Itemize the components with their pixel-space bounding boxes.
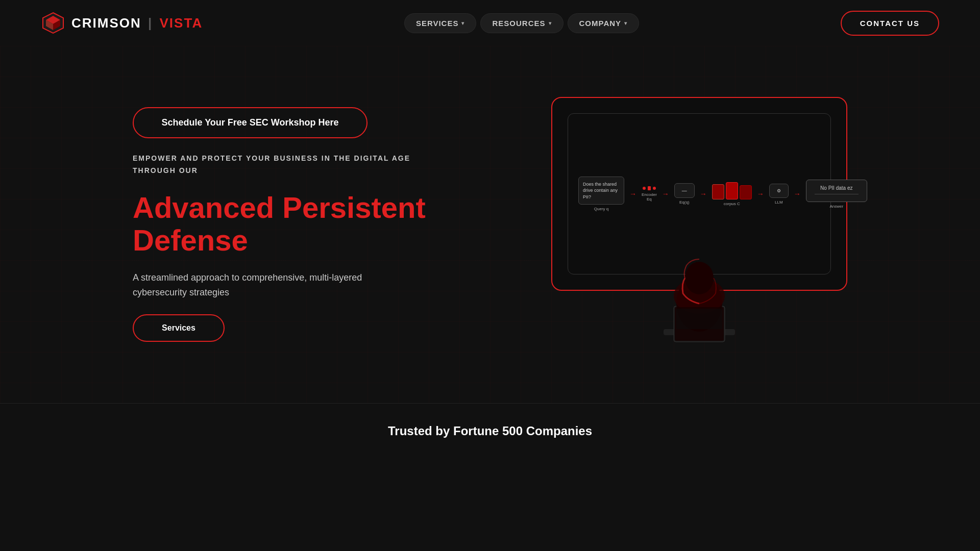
logo-crimson-text: CRIMSON bbox=[71, 15, 141, 31]
arrow-icon: → bbox=[700, 190, 707, 198]
nav-resources[interactable]: RESOURCES ▾ bbox=[480, 13, 563, 33]
encoder-node: Encoder Eq bbox=[642, 186, 657, 202]
eq-node: — Eq(q) bbox=[674, 183, 695, 205]
main-nav: SERVICES ▾ RESOURCES ▾ COMPANY ▾ bbox=[404, 13, 639, 33]
chevron-down-icon: ▾ bbox=[549, 20, 552, 26]
trusted-title: Trusted by Fortune 500 Companies bbox=[0, 424, 980, 438]
answer-node: No PII data ez Answer bbox=[806, 180, 867, 209]
person-silhouette bbox=[648, 250, 750, 352]
hero-title: Advanced Persistent Defense bbox=[133, 191, 426, 257]
diagram-question-box: Does the shared drive contain any PII? bbox=[578, 177, 624, 205]
logo-icon bbox=[41, 11, 65, 35]
corpus-node: corpus C bbox=[712, 182, 752, 206]
eq-label: Eq(q) bbox=[679, 200, 690, 205]
chevron-down-icon: ▾ bbox=[624, 20, 627, 26]
logo-vista-text: VISTA bbox=[160, 15, 203, 31]
nav-services[interactable]: SERVICES ▾ bbox=[404, 13, 477, 33]
nav-company-label: COMPANY bbox=[579, 19, 622, 28]
header: CRIMSON | VISTA SERVICES ▾ RESOURCES ▾ C… bbox=[0, 0, 980, 46]
llm-label: LLM bbox=[775, 200, 783, 205]
nav-resources-label: RESOURCES bbox=[492, 19, 545, 28]
corpus-label: corpus C bbox=[724, 202, 740, 206]
eq-box: — bbox=[674, 183, 695, 198]
llm-node: ⚙ LLM bbox=[769, 184, 789, 205]
arrow-icon: → bbox=[757, 190, 764, 198]
contact-us-button[interactable]: CONTACT US bbox=[841, 11, 939, 36]
chevron-down-icon: ▾ bbox=[461, 20, 464, 26]
workshop-button[interactable]: Schedule Your Free SEC Workshop Here bbox=[133, 107, 368, 138]
svg-rect-11 bbox=[676, 309, 722, 329]
arrow-icon: → bbox=[794, 190, 801, 198]
query-node: Does the shared drive contain any PII? Q… bbox=[578, 177, 624, 212]
query-label: Query q bbox=[594, 207, 608, 211]
answer-box: No PII data ez bbox=[806, 180, 867, 202]
llm-box: ⚙ bbox=[769, 184, 789, 198]
services-button[interactable]: Services bbox=[133, 314, 225, 342]
hero-description: A streamlined approach to comprehensive,… bbox=[133, 270, 388, 300]
nav-services-label: SERVICES bbox=[416, 19, 459, 28]
hero-illustration: Does the shared drive contain any PII? Q… bbox=[551, 97, 847, 352]
hero-section: Schedule Your Free SEC Workshop Here EMP… bbox=[0, 46, 980, 403]
logo[interactable]: CRIMSON | VISTA bbox=[41, 11, 203, 35]
arrow-icon: → bbox=[629, 190, 636, 198]
nav-company[interactable]: COMPANY ▾ bbox=[568, 13, 640, 33]
answer-label: Answer bbox=[829, 204, 843, 209]
trusted-section: Trusted by Fortune 500 Companies bbox=[0, 403, 980, 459]
encoder-label: Encoder Eq bbox=[642, 192, 657, 202]
svg-point-9 bbox=[685, 262, 714, 294]
arrow-icon: → bbox=[662, 190, 669, 198]
hero-left-content: Schedule Your Free SEC Workshop Here EMP… bbox=[133, 107, 426, 342]
hero-subtitle: EMPOWER AND PROTECT YOUR BUSINESS IN THE… bbox=[133, 153, 426, 177]
